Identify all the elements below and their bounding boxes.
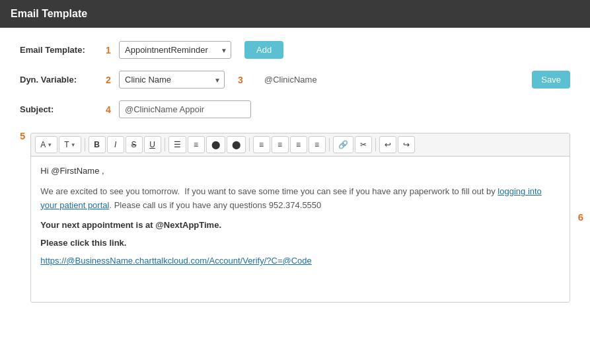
dyn-variable-select[interactable]: Clinic Name First Name Last Name Next Ap… — [119, 71, 225, 89]
toolbar-sep-1 — [85, 138, 85, 151]
greeting-line: Hi @FirstName , — [40, 164, 560, 178]
editor-section: 5 A▼ T▼ B I S U ☰ ≡ ⬤ ⬤ — [20, 130, 570, 303]
undo-btn[interactable]: ↩ — [379, 136, 396, 153]
verify-url-line: https://@BusinessName.charttalkcloud.com… — [40, 254, 560, 268]
align-left-btn[interactable]: ⬤ — [206, 136, 225, 153]
font-label: A — [40, 140, 46, 149]
strike-icon: S — [131, 140, 137, 149]
email-template-label: Email Template: — [20, 45, 106, 55]
portal-link: logging into your patient portal — [40, 186, 542, 210]
editor-container: A▼ T▼ B I S U ☰ ≡ ⬤ ⬤ ≡ ≡ — [30, 133, 570, 303]
appointment-line: Your next appointment is at @NextAppTime… — [40, 219, 560, 233]
ul-icon: ☰ — [174, 140, 181, 149]
body-line: We are excited to see you tomorrow. If y… — [40, 185, 560, 213]
editor-body[interactable]: Hi @FirstName , We are excited to see yo… — [31, 157, 570, 302]
indent-btn[interactable]: ≡ — [290, 136, 307, 153]
bold-btn[interactable]: B — [89, 136, 106, 153]
subject-row: Subject: 4 — [20, 100, 570, 118]
editor-toolbar: A▼ T▼ B I S U ☰ ≡ ⬤ ⬤ ≡ ≡ — [31, 133, 570, 157]
align-center-icon: ≡ — [259, 140, 264, 149]
cut-btn[interactable]: ✂ — [355, 136, 372, 153]
link-icon: 🔗 — [338, 140, 348, 149]
editor-wrapper: A▼ T▼ B I S U ☰ ≡ ⬤ ⬤ ≡ ≡ — [30, 130, 570, 303]
bold-icon: B — [94, 140, 100, 149]
toolbar-sep-5 — [375, 138, 376, 151]
link-btn[interactable]: 🔗 — [333, 136, 353, 153]
step-3-number: 3 — [238, 75, 247, 85]
undo-icon: ↩ — [385, 140, 391, 149]
subject-label: Subject: — [20, 104, 106, 114]
redo-icon: ↪ — [403, 140, 410, 149]
align-left-icon: ⬤ — [211, 140, 220, 149]
dyn-variable-row: Dyn. Variable: 2 Clinic Name First Name … — [20, 71, 570, 89]
save-button[interactable]: Save — [532, 71, 570, 89]
align-right-btn[interactable]: ⬤ — [227, 136, 246, 153]
add-button[interactable]: Add — [244, 41, 283, 59]
outdent-btn[interactable]: ≡ — [309, 136, 326, 153]
underline-icon: U — [149, 140, 155, 149]
variable-code-display: @ClinicName — [264, 75, 317, 85]
dyn-variable-right: 3 @ClinicName Save — [225, 71, 570, 89]
step-6-number: 6 — [578, 211, 583, 222]
dyn-variable-select-wrapper: Clinic Name First Name Last Name Next Ap… — [119, 71, 225, 89]
italic-icon: I — [114, 140, 116, 149]
outdent-icon: ≡ — [314, 140, 319, 149]
toolbar-sep-2 — [165, 138, 165, 151]
text-style-label: T — [64, 140, 69, 149]
align-center-btn[interactable]: ≡ — [253, 136, 270, 153]
content-area: Email Template: 1 AppointnentReminder Te… — [0, 28, 590, 364]
align-justify-icon: ≡ — [277, 140, 282, 149]
step-2-number: 2 — [106, 75, 115, 85]
align-justify-btn[interactable]: ≡ — [272, 136, 289, 153]
title-bar: Email Template — [0, 0, 590, 28]
step-4-number: 4 — [106, 104, 115, 115]
toolbar-sep-4 — [329, 138, 330, 151]
dyn-variable-label: Dyn. Variable: — [20, 75, 106, 85]
main-window: Email Template Email Template: 1 Appoint… — [0, 0, 590, 364]
text-style-btn[interactable]: T▼ — [59, 136, 81, 153]
click-link-line: Please click this link. — [40, 237, 560, 250]
unordered-list-btn[interactable]: ☰ — [168, 136, 186, 153]
italic-btn[interactable]: I — [107, 136, 124, 153]
toolbar-sep-3 — [249, 138, 250, 151]
email-template-select[interactable]: AppointnentReminder Template2 Template3 — [119, 41, 231, 59]
redo-btn[interactable]: ↪ — [398, 136, 415, 153]
email-template-select-wrapper: AppointnentReminder Template2 Template3 … — [119, 41, 231, 59]
scissors-icon: ✂ — [360, 140, 367, 149]
strikethrough-btn[interactable]: S — [126, 136, 143, 153]
underline-btn[interactable]: U — [144, 136, 161, 153]
step-5-number: 5 — [20, 130, 25, 141]
font-btn[interactable]: A▼ — [35, 136, 57, 153]
window-title: Email Template — [11, 8, 87, 20]
align-right-icon: ⬤ — [232, 140, 240, 149]
ol-icon: ≡ — [194, 140, 198, 149]
indent-icon: ≡ — [296, 140, 301, 149]
email-template-row: Email Template: 1 AppointnentReminder Te… — [20, 41, 570, 59]
step-1-number: 1 — [106, 45, 115, 55]
ordered-list-btn[interactable]: ≡ — [188, 136, 205, 153]
subject-input[interactable] — [119, 100, 251, 118]
